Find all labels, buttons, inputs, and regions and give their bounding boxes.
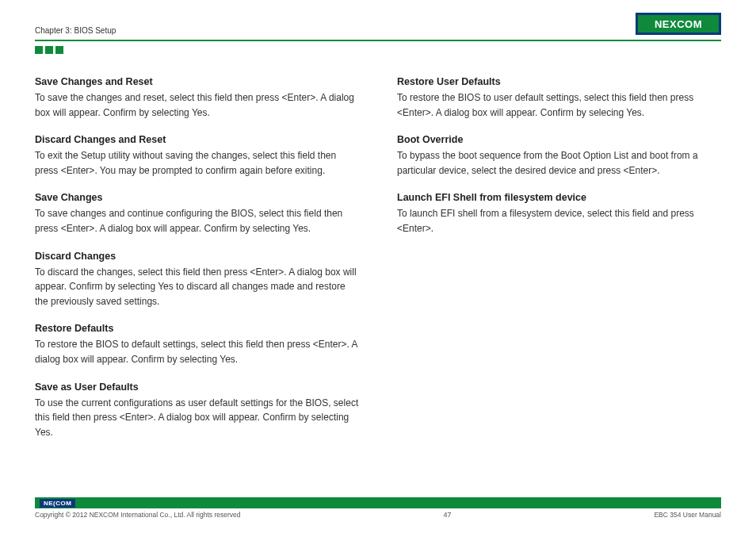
section-heading: Boot Override xyxy=(397,134,721,145)
section-save-changes-and-reset: Save Changes and Reset To save the chang… xyxy=(35,76,359,120)
section-restore-defaults: Restore Defaults To restore the BIOS to … xyxy=(35,323,359,366)
brand-logo-text: NEXCOM xyxy=(655,18,702,30)
section-save-as-user-defaults: Save as User Defaults To use the current… xyxy=(35,382,359,440)
section-save-changes: Save Changes To save changes and continu… xyxy=(35,192,359,236)
section-discard-changes: Discard Changes To discard the changes, … xyxy=(35,251,359,309)
right-column: Restore User Defaults To restore the BIO… xyxy=(397,76,721,454)
copyright-text: Copyright © 2012 NEXCOM International Co… xyxy=(35,511,241,519)
section-body: To use the current configurations as use… xyxy=(35,396,359,440)
page-footer: NE(COM Copyright © 2012 NEXCOM Internati… xyxy=(35,497,721,519)
section-discard-changes-and-reset: Discard Changes and Reset To exit the Se… xyxy=(35,134,359,178)
section-launch-efi-shell: Launch EFI Shell from filesystem device … xyxy=(397,192,721,236)
section-body: To save the changes and reset, select th… xyxy=(35,90,359,120)
left-column: Save Changes and Reset To save the chang… xyxy=(35,76,359,454)
section-restore-user-defaults: Restore User Defaults To restore the BIO… xyxy=(397,76,721,120)
section-body: To launch EFI shell from a filesystem de… xyxy=(397,206,721,236)
section-heading: Discard Changes xyxy=(35,251,359,262)
section-body: To restore the BIOS to default settings,… xyxy=(35,337,359,366)
section-body: To restore the BIOS to user default sett… xyxy=(397,90,721,120)
section-heading: Discard Changes and Reset xyxy=(35,134,359,145)
section-boot-override: Boot Override To bypass the boot sequenc… xyxy=(397,134,721,178)
section-heading: Save Changes and Reset xyxy=(35,76,359,87)
page-number: 47 xyxy=(443,511,451,519)
section-body: To bypass the boot sequence from the Boo… xyxy=(397,148,721,178)
brand-logo: NEXCOM xyxy=(636,13,721,35)
section-heading: Restore Defaults xyxy=(35,323,359,334)
content-columns: Save Changes and Reset To save the chang… xyxy=(35,76,721,454)
top-divider xyxy=(35,40,721,41)
manual-name: EBC 354 User Manual xyxy=(654,511,721,519)
section-heading: Launch EFI Shell from filesystem device xyxy=(397,192,721,203)
chapter-label: Chapter 3: BIOS Setup xyxy=(35,26,116,35)
section-heading: Save Changes xyxy=(35,192,359,203)
decorative-squares xyxy=(35,46,721,54)
footer-bar: NE(COM xyxy=(35,497,721,508)
section-heading: Save as User Defaults xyxy=(35,382,359,393)
section-body: To save changes and continue configuring… xyxy=(35,206,359,236)
section-heading: Restore User Defaults xyxy=(397,76,721,87)
section-body: To discard the changes, select this fiel… xyxy=(35,265,359,309)
footer-logo: NE(COM xyxy=(40,499,75,508)
section-body: To exit the Setup utility without saving… xyxy=(35,148,359,178)
